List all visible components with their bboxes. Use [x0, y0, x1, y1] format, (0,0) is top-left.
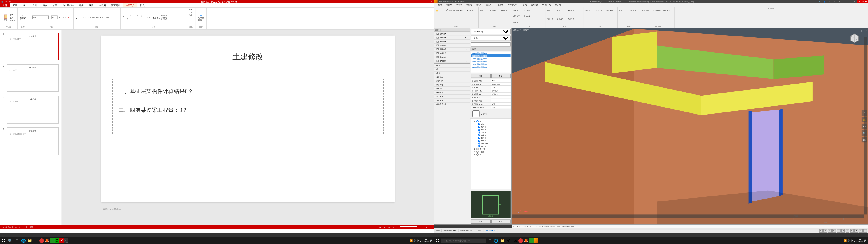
sb-grid-icon[interactable]: #: [824, 228, 827, 233]
slide-thumb-4[interactable]: 4 问题整理 1、基础层某构件计算结果问题说明 2、四层某过梁工程量问题说明: [2, 126, 60, 156]
menu-help[interactable]: 帮助(H): [553, 3, 563, 7]
left-item[interactable]: 删除轴网4: [434, 48, 470, 52]
sb-ortho-icon[interactable]: ⊥: [828, 228, 832, 233]
section-checkbox[interactable]: [472, 110, 480, 118]
menu-project[interactable]: 工程(P): [434, 3, 444, 7]
tray-notif-icon[interactable]: 💬: [430, 240, 432, 242]
command-line[interactable]: ×▸ 命令： 3DORBIT 按 ESC 或 ENTER 键退出，或者单击鼠标右…: [512, 224, 868, 228]
app-wps-icon[interactable]: [50, 238, 55, 243]
left-item[interactable]: CAD转化■: [434, 59, 470, 63]
left-sub-item[interactable]: 构件显示控制: [434, 102, 470, 106]
app-mail-icon[interactable]: ✉: [512, 238, 518, 244]
tree-item[interactable]: 砖内墙: [471, 136, 510, 139]
menu-bim[interactable]: BIM应用(B): [540, 3, 553, 7]
settings-button[interactable]: 工程设置: [446, 8, 456, 12]
tree-checkbox[interactable]: [476, 153, 478, 155]
replace-button[interactable]: 替换: [189, 11, 193, 13]
open-button[interactable]: 打开: [435, 8, 445, 12]
sb-3dosnap-icon[interactable]: ◊: [841, 228, 845, 233]
menu-baidu[interactable]: 百度网盘: [108, 3, 123, 7]
propdef-button[interactable]: 属性定义: [585, 8, 595, 12]
left-sub-item[interactable]: 墙1: [434, 68, 470, 71]
scrollbar-h[interactable]: [512, 214, 864, 218]
tree-item[interactable]: ⊟墙: [471, 120, 510, 122]
tree-checkbox[interactable]: [478, 128, 480, 131]
menu-slideshow[interactable]: 幻灯片放映: [60, 3, 76, 7]
menu-quantity[interactable]: 工程量(Q): [494, 3, 506, 7]
sb-lwt-icon[interactable]: ≡: [850, 228, 854, 233]
slide-editor[interactable]: 土建修改 一、基础层某构件计算结果0？ 二、四层某过梁工程量：0？ 单击此处添加…: [62, 30, 434, 225]
left-sub-item[interactable]: 门窗洞口1: [434, 79, 470, 83]
copy-button[interactable]: 复制: [10, 16, 15, 19]
app-wps-icon[interactable]: [529, 238, 534, 243]
clock[interactable]: 19:54 2021/5/20: [420, 238, 429, 243]
quickstyles-button[interactable]: 快速样式: [153, 14, 160, 21]
cut-button[interactable]: 剪切: [10, 13, 15, 16]
clock[interactable]: 19:54 2021/5/20: [854, 238, 863, 243]
left-sub-item[interactable]: 基础工程1: [434, 91, 470, 95]
app-firefox-icon[interactable]: 🦊: [523, 238, 529, 244]
search-icon[interactable]: 🔍: [7, 238, 13, 244]
layer-dropdown[interactable]: 分层1: [471, 35, 511, 41]
search-input[interactable]: [441, 238, 486, 243]
copy-button[interactable]: 复制: [491, 74, 511, 78]
tray-wifi-icon[interactable]: 📶: [844, 240, 846, 242]
fontcolor-button[interactable]: A: [68, 16, 69, 19]
compare-button[interactable]: 工程对比: [547, 17, 557, 22]
apply-button[interactable]: 应用: [471, 219, 491, 224]
window-close-icon[interactable]: ×: [430, 0, 433, 3]
app-red-icon[interactable]: [39, 238, 44, 243]
report-button[interactable]: 报表: [619, 8, 629, 12]
menu-review[interactable]: 审阅: [76, 3, 86, 7]
italic-button[interactable]: I: [62, 16, 62, 19]
find-button[interactable]: 查找: [189, 9, 193, 10]
property-row[interactable]: 施工方式->砼预制品梁: [471, 89, 511, 93]
tray-ime-icon[interactable]: 中: [417, 239, 419, 242]
app-edge-icon[interactable]: 🌐: [20, 238, 27, 244]
tree-checkbox[interactable]: [476, 148, 478, 150]
window-minimize-icon[interactable]: −: [423, 0, 425, 3]
menu-animations[interactable]: 动画: [50, 3, 60, 7]
cmd-expand-icon[interactable]: ×▸: [513, 225, 515, 227]
textdir-button[interactable]: 文字方向: [85, 17, 91, 18]
tree-item[interactable]: 间壁墙: [471, 131, 510, 133]
window-minimize-icon[interactable]: −: [842, 0, 847, 3]
shape-circle-icon[interactable]: ○: [126, 15, 130, 18]
qat-redo-icon[interactable]: ↷: [9, 0, 11, 3]
compreport-button[interactable]: 构件报知: [630, 8, 640, 12]
view-cube[interactable]: [849, 33, 860, 44]
familybeam-button[interactable]: 家体布梁: [514, 20, 523, 25]
notes-pane[interactable]: 单击此处添加备注: [101, 206, 395, 212]
newslide-button[interactable]: 新建幻灯片: [20, 14, 27, 21]
copy-button[interactable]: 复制: [557, 8, 567, 12]
hideshow-button[interactable]: 隐藏显示: [663, 8, 673, 12]
menu-format[interactable]: 格式: [137, 3, 147, 7]
app-red-icon[interactable]: [518, 238, 523, 243]
slant-button[interactable]: 变斜构件: [568, 8, 578, 12]
menu-design[interactable]: 设计: [30, 3, 40, 7]
tray-wifi-icon[interactable]: 📶: [410, 240, 412, 242]
aligntext-button[interactable]: 对齐文本: [93, 17, 99, 18]
title-a-icon[interactable]: A: [828, 0, 832, 3]
unhidesame-button[interactable]: 恢复隐藏同类: [653, 8, 663, 12]
content-line-1[interactable]: 一、基础层某构件计算结果0？: [119, 88, 378, 95]
tree-item[interactable]: 砼内墙: [471, 128, 510, 131]
sb-fullscreen-icon[interactable]: ⛶: [863, 228, 867, 233]
axis-gizmo[interactable]: Z X Y: [517, 202, 528, 213]
tree-checkbox[interactable]: [478, 140, 480, 142]
app-luban-icon[interactable]: [534, 238, 538, 243]
numbering-button[interactable]: 1≡: [80, 16, 82, 19]
shapeeffects-button[interactable]: 形状效果: [161, 18, 167, 20]
bullets-button[interactable]: ⋮≡: [76, 16, 79, 19]
property-row[interactable]: 单边截面长度250: [471, 79, 511, 83]
left-item[interactable]: 弧线轴网■ 1: [434, 36, 470, 40]
auxline-button[interactable]: 辅助轴线: [501, 8, 511, 12]
tree-checkbox[interactable]: [478, 125, 480, 128]
sb-polar-icon[interactable]: ◷: [832, 228, 836, 233]
property-row[interactable]: 楼板类型->T直形木模: [471, 93, 511, 96]
menu-view[interactable]: 视图(V): [444, 3, 454, 7]
arrange-button[interactable]: 排列: [146, 14, 152, 21]
sb-model-icon[interactable]: ⊡: [859, 228, 863, 233]
start-button[interactable]: [434, 238, 441, 244]
property-row[interactable]: 汇总类别->GL3默认: [471, 102, 511, 106]
